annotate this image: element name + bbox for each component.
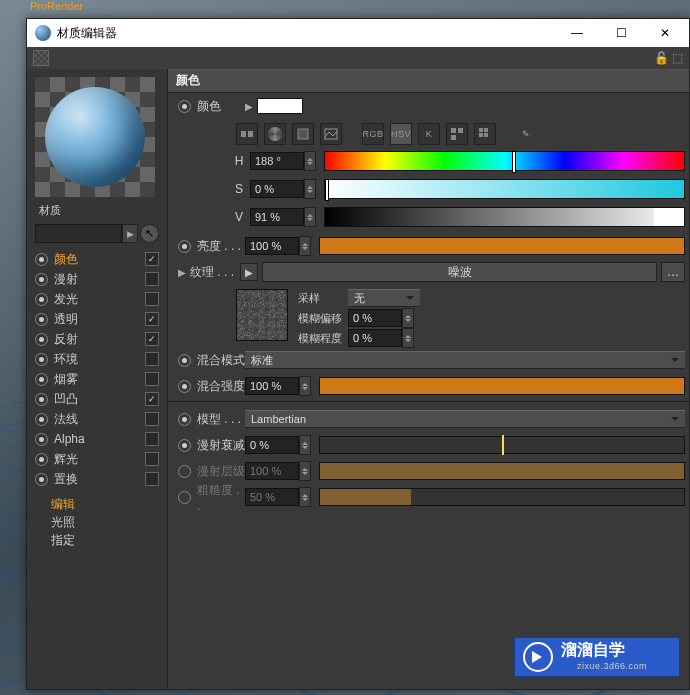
channel-normal[interactable]: 法线	[35, 409, 159, 429]
channel-bump-checkbox[interactable]	[145, 392, 159, 406]
mode-k[interactable]: K	[418, 123, 440, 145]
color-swatch[interactable]	[257, 98, 303, 114]
texture-thumbnail[interactable]	[236, 289, 288, 341]
mixstrength-slider[interactable]	[319, 377, 685, 395]
channel-diffuse[interactable]: 漫射	[35, 269, 159, 289]
channel-normal-checkbox[interactable]	[145, 412, 159, 426]
channel-glow[interactable]: 辉光	[35, 449, 159, 469]
cursor-icon[interactable]: ↖	[140, 224, 159, 243]
mode-hsv[interactable]: HSV	[390, 123, 412, 145]
h-label: H	[232, 154, 246, 168]
sub-illum[interactable]: 光照	[35, 513, 159, 531]
level-label: 漫射层级	[197, 463, 245, 480]
name-arrow-button[interactable]: ▶	[122, 224, 138, 243]
mixmode-radio[interactable]	[178, 354, 191, 367]
blurscale-input[interactable]: 0 %	[348, 329, 402, 347]
material-preview[interactable]	[35, 77, 155, 197]
texture-dots-button[interactable]: …	[661, 262, 685, 282]
v-spinner[interactable]	[304, 207, 316, 227]
mode-icon-box[interactable]	[292, 123, 314, 145]
v-input[interactable]: 91 %	[250, 208, 304, 226]
channel-environment-checkbox[interactable]	[145, 352, 159, 366]
s-spinner[interactable]	[304, 179, 316, 199]
falloff-slider[interactable]	[319, 436, 685, 454]
channel-environment[interactable]: 环境	[35, 349, 159, 369]
lock-icon[interactable]: 🔓	[654, 51, 669, 65]
top-menu-pro-render[interactable]: ProRender	[0, 0, 83, 8]
mixmode-dropdown[interactable]: 标准	[245, 351, 685, 369]
close-button[interactable]: ✕	[643, 19, 687, 47]
left-panel: 材质 ▶ ↖ 颜色 漫射 发光 透明 反射 环境 烟雾 凹凸 法线 Alpha …	[27, 69, 168, 689]
s-slider[interactable]	[324, 179, 685, 199]
brightness-spinner[interactable]	[299, 236, 311, 256]
channel-bump[interactable]: 凹凸	[35, 389, 159, 409]
mixmode-label: 混合模式	[197, 352, 245, 369]
mode-rgb[interactable]: RGB	[362, 123, 384, 145]
channel-diffuse-checkbox[interactable]	[145, 272, 159, 286]
brightness-input[interactable]: 100 %	[245, 237, 299, 255]
h-input[interactable]: 188 °	[250, 152, 304, 170]
level-input: 100 %	[245, 462, 299, 480]
mixstrength-radio[interactable]	[178, 380, 191, 393]
v-slider[interactable]	[324, 207, 685, 227]
svg-rect-7	[479, 128, 483, 132]
svg-rect-6	[451, 135, 456, 140]
model-dropdown[interactable]: Lambertian	[245, 410, 685, 428]
falloff-label: 漫射衰减	[197, 437, 245, 454]
color-arrow-icon[interactable]: ▶	[245, 101, 253, 112]
mode-icon-picture[interactable]	[320, 123, 342, 145]
channel-fog-checkbox[interactable]	[145, 372, 159, 386]
blurscale-spinner[interactable]	[402, 328, 414, 348]
sub-edit[interactable]: 编辑	[35, 495, 159, 513]
falloff-radio[interactable]	[178, 439, 191, 452]
minimize-button[interactable]: —	[555, 19, 599, 47]
texture-play-icon[interactable]: ▶	[240, 263, 258, 281]
material-name-input[interactable]	[35, 224, 122, 243]
h-slider[interactable]	[324, 151, 685, 171]
channel-reflection[interactable]: 反射	[35, 329, 159, 349]
color-label: 颜色	[197, 98, 245, 115]
sample-dropdown[interactable]: 无	[348, 289, 420, 307]
eyedropper-icon[interactable]: ✎	[516, 124, 536, 144]
texture-arrow-icon[interactable]: ▶	[178, 267, 186, 278]
svg-rect-8	[484, 128, 488, 132]
channel-luminance-checkbox[interactable]	[145, 292, 159, 306]
channel-transparency-checkbox[interactable]	[145, 312, 159, 326]
s-input[interactable]: 0 %	[250, 180, 304, 198]
color-radio[interactable]	[178, 100, 191, 113]
channel-luminance[interactable]: 发光	[35, 289, 159, 309]
channel-displacement[interactable]: 置换	[35, 469, 159, 489]
maximize-button[interactable]: ☐	[599, 19, 643, 47]
mode-icon-swatches[interactable]	[446, 123, 468, 145]
sub-assign[interactable]: 指定	[35, 531, 159, 549]
model-radio[interactable]	[178, 413, 191, 426]
channel-color-checkbox[interactable]	[145, 252, 159, 266]
toolbar-grip-icon[interactable]	[33, 50, 49, 66]
bluroff-input[interactable]: 0 %	[348, 309, 402, 327]
channel-displacement-checkbox[interactable]	[145, 472, 159, 486]
mode-icon-rect[interactable]	[236, 123, 258, 145]
mixstrength-spinner[interactable]	[299, 376, 311, 396]
channel-fog[interactable]: 烟雾	[35, 369, 159, 389]
pin-icon[interactable]: ⬚	[672, 51, 683, 65]
brightness-label: 亮度 . . .	[197, 238, 245, 255]
brightness-radio[interactable]	[178, 240, 191, 253]
channel-reflection-checkbox[interactable]	[145, 332, 159, 346]
channel-transparency[interactable]: 透明	[35, 309, 159, 329]
mode-icon-wheel[interactable]	[264, 123, 286, 145]
channel-alpha-checkbox[interactable]	[145, 432, 159, 446]
channel-color[interactable]: 颜色	[35, 249, 159, 269]
falloff-spinner[interactable]	[299, 435, 311, 455]
app-icon	[35, 25, 51, 41]
channel-glow-checkbox[interactable]	[145, 452, 159, 466]
falloff-input[interactable]: 0 %	[245, 436, 299, 454]
channel-alpha[interactable]: Alpha	[35, 429, 159, 449]
bluroff-spinner[interactable]	[402, 308, 414, 328]
mixstrength-input[interactable]: 100 %	[245, 377, 299, 395]
texture-button[interactable]: 噪波	[262, 262, 657, 282]
mixstrength-label: 混合强度	[197, 378, 245, 395]
h-spinner[interactable]	[304, 151, 316, 171]
mode-icon-grid[interactable]	[474, 123, 496, 145]
dialog-toolbar: 🔓 ⬚	[27, 47, 689, 69]
brightness-slider[interactable]	[319, 237, 685, 255]
